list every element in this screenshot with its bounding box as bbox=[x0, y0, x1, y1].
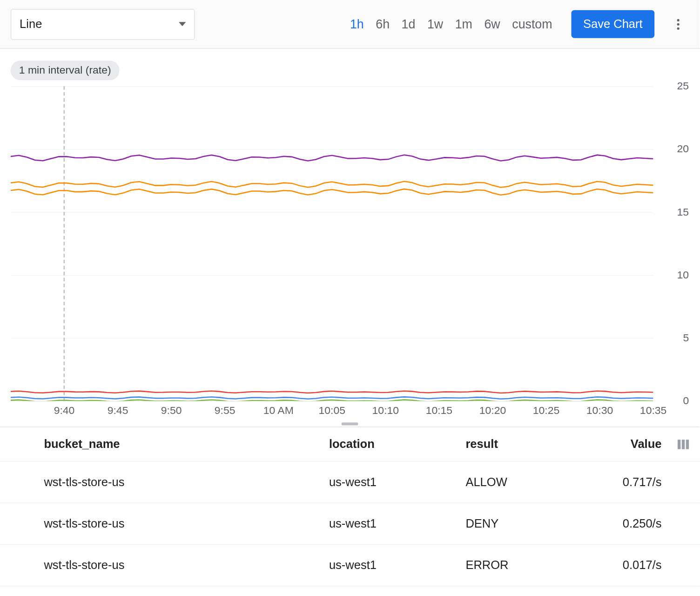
column-settings-icon[interactable] bbox=[661, 440, 689, 449]
chart-type-select[interactable]: Line bbox=[11, 9, 195, 40]
legend-location: us-west1 bbox=[329, 517, 465, 530]
col-location[interactable]: location bbox=[329, 437, 465, 451]
legend-bucket: wst-tls-store-us bbox=[44, 475, 329, 489]
legend-result: ALLOW bbox=[465, 475, 584, 489]
x-tick-label: 10:15 bbox=[426, 405, 452, 417]
legend-value: 0.017/s bbox=[585, 558, 662, 572]
interval-pill[interactable]: 1 min interval (rate) bbox=[11, 61, 120, 80]
x-tick-label: 10:20 bbox=[479, 405, 506, 417]
y-tick-label: 5 bbox=[658, 332, 689, 345]
legend-bucket: wst-tls-store-us bbox=[44, 558, 329, 572]
x-tick-label: 10:35 bbox=[640, 405, 666, 417]
legend-location: us-west1 bbox=[329, 475, 465, 489]
chart-area: 1 min interval (rate) 0510152025 9:409:4… bbox=[0, 49, 700, 419]
x-tick-label: 9:40 bbox=[54, 405, 75, 417]
legend-row[interactable]: wst-tls-store-usus-west1DENY0.250/s bbox=[0, 503, 700, 545]
legend-table: bucket_name location result Value wst-tl… bbox=[0, 427, 700, 586]
save-chart-button[interactable]: Save Chart bbox=[571, 10, 654, 38]
chart-toolbar: Line 1h6h1d1w1m6wcustom Save Chart bbox=[0, 0, 700, 49]
x-tick-label: 10:30 bbox=[586, 405, 613, 417]
chevron-down-icon bbox=[179, 22, 186, 26]
time-range-1w[interactable]: 1w bbox=[427, 17, 443, 31]
legend-row[interactable]: wst-tls-store-usus-west1ERROR0.017/s bbox=[0, 545, 700, 586]
resize-handle[interactable] bbox=[342, 422, 358, 425]
x-tick-label: 9:45 bbox=[108, 405, 128, 417]
time-range-1m[interactable]: 1m bbox=[455, 17, 472, 31]
col-bucket-name[interactable]: bucket_name bbox=[44, 437, 329, 451]
time-range-6h[interactable]: 6h bbox=[376, 17, 390, 31]
legend-bucket: wst-tls-store-us bbox=[44, 517, 329, 530]
chart-type-label: Line bbox=[20, 17, 42, 31]
line-chart[interactable]: 0510152025 9:409:459:509:5510 AM10:0510:… bbox=[11, 86, 689, 419]
time-range-picker: 1h6h1d1w1m6wcustom bbox=[350, 17, 552, 31]
y-tick-label: 25 bbox=[658, 80, 689, 93]
col-value[interactable]: Value bbox=[585, 437, 662, 451]
x-tick-label: 10 AM bbox=[263, 405, 294, 417]
legend-result: DENY bbox=[465, 517, 584, 530]
col-result[interactable]: result bbox=[465, 437, 584, 451]
x-tick-label: 10:10 bbox=[372, 405, 399, 417]
legend-row[interactable]: wst-tls-store-usus-west1ALLOW0.717/s bbox=[0, 461, 700, 503]
time-range-1h[interactable]: 1h bbox=[350, 17, 364, 31]
time-range-1d[interactable]: 1d bbox=[402, 17, 416, 31]
time-range-custom[interactable]: custom bbox=[512, 17, 552, 31]
legend-value: 0.717/s bbox=[585, 475, 662, 489]
x-tick-label: 9:50 bbox=[161, 405, 182, 417]
x-tick-label: 10:05 bbox=[319, 405, 345, 417]
x-axis-labels: 9:409:459:509:5510 AM10:0510:1010:1510:2… bbox=[11, 405, 653, 419]
x-tick-label: 10:25 bbox=[533, 405, 559, 417]
y-tick-label: 20 bbox=[658, 143, 689, 156]
x-tick-label: 9:55 bbox=[215, 405, 236, 417]
legend-header-row: bucket_name location result Value bbox=[0, 427, 700, 461]
legend-result: ERROR bbox=[465, 558, 584, 572]
overflow-menu-icon[interactable] bbox=[667, 14, 689, 35]
legend-value: 0.250/s bbox=[585, 517, 662, 530]
legend-location: us-west1 bbox=[329, 558, 465, 572]
y-tick-label: 10 bbox=[658, 269, 689, 281]
time-range-6w[interactable]: 6w bbox=[484, 17, 500, 31]
y-tick-label: 15 bbox=[658, 206, 689, 218]
